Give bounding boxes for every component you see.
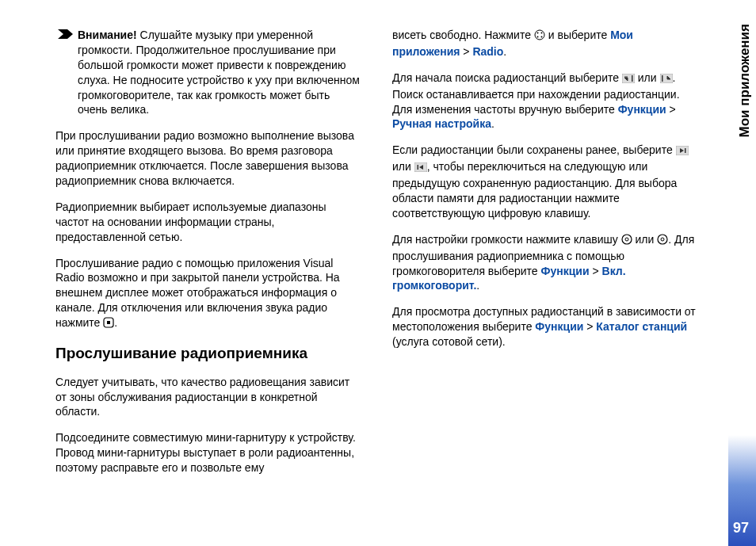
text-run: и выберите bbox=[548, 29, 610, 41]
link-radio: Radio bbox=[472, 45, 503, 58]
warning-block: Внимание! Слушайте музыку при умеренной … bbox=[55, 28, 361, 117]
text-run: . bbox=[476, 279, 479, 292]
svg-rect-14 bbox=[417, 165, 418, 170]
paragraph: висеть свободно. Нажмите и выберите Мои … bbox=[392, 28, 697, 59]
text-run: Для начала поиска радиостанций выберите bbox=[392, 71, 622, 84]
text-run: или bbox=[636, 233, 658, 246]
paragraph: Для настройки громкости нажмите клавишу … bbox=[392, 232, 697, 294]
right-column: висеть свободно. Нажмите и выберите Мои … bbox=[392, 28, 697, 487]
seek-up-icon bbox=[622, 72, 635, 87]
paragraph: При прослушивании радио возможно выполне… bbox=[55, 128, 361, 189]
paragraph: Радиоприемник выбирает используемые диап… bbox=[55, 200, 361, 245]
text-run: или bbox=[392, 160, 414, 173]
scroll-key-icon bbox=[621, 234, 632, 249]
warning-icon bbox=[55, 28, 78, 42]
separator: > bbox=[590, 265, 602, 277]
text-run: , чтобы переключиться на следующую или п… bbox=[392, 160, 677, 220]
svg-point-15 bbox=[622, 235, 632, 244]
text-run: Если радиостанции были сохранены ранее, … bbox=[392, 143, 676, 156]
svg-rect-1 bbox=[107, 321, 110, 324]
center-key-icon bbox=[103, 317, 114, 332]
link-station-directory: Каталог станций bbox=[596, 320, 687, 333]
link-options: Функции bbox=[618, 103, 666, 116]
side-tab: Мои приложения 97 bbox=[728, 0, 756, 546]
seek-down-icon bbox=[660, 72, 673, 87]
page-number: 97 bbox=[730, 520, 752, 536]
svg-point-4 bbox=[540, 32, 542, 34]
side-tab-label: Мои приложения bbox=[737, 24, 753, 137]
svg-point-2 bbox=[535, 30, 544, 40]
text-run: или bbox=[638, 71, 660, 84]
svg-point-5 bbox=[536, 36, 538, 38]
text-run: висеть свободно. Нажмите bbox=[392, 29, 534, 41]
link-options: Функции bbox=[535, 320, 583, 333]
svg-point-18 bbox=[661, 238, 664, 241]
separator: > bbox=[460, 45, 472, 58]
paragraph: Подсоедините совместимую мини-гарнитуру … bbox=[55, 430, 361, 475]
text-run: . bbox=[114, 316, 117, 329]
paragraph: Если радиостанции были сохранены ранее, … bbox=[392, 143, 697, 220]
paragraph: Следует учитывать, что качество радиовещ… bbox=[55, 375, 361, 420]
link-options: Функции bbox=[541, 265, 590, 277]
section-heading: Прослушивание радиоприемника bbox=[55, 343, 361, 364]
warning-text: Внимание! Слушайте музыку при умеренной … bbox=[78, 28, 361, 117]
text-run: (услуга сотовой сети). bbox=[392, 335, 506, 348]
text-run: . bbox=[503, 45, 506, 58]
page-content: Внимание! Слушайте музыку при умеренной … bbox=[55, 28, 697, 487]
separator: > bbox=[583, 320, 596, 333]
paragraph: Прослушивание радио с помощью приложения… bbox=[55, 256, 361, 332]
svg-rect-8 bbox=[632, 75, 633, 82]
svg-rect-10 bbox=[662, 75, 663, 82]
menu-key-icon bbox=[534, 29, 545, 44]
link-manual-tune: Ручная настройка bbox=[392, 117, 491, 130]
prev-station-icon bbox=[414, 161, 427, 176]
warning-body: Слушайте музыку при умеренной громкости.… bbox=[78, 29, 360, 116]
manual-page: Внимание! Слушайте музыку при умеренной … bbox=[0, 0, 756, 546]
svg-point-17 bbox=[658, 235, 667, 244]
next-station-icon bbox=[676, 144, 689, 159]
svg-rect-12 bbox=[685, 148, 686, 153]
text-run: Прослушивание радио с помощью приложения… bbox=[55, 257, 340, 330]
scroll-key-icon bbox=[657, 234, 668, 249]
paragraph: Для просмотра доступных радиостанций в з… bbox=[392, 304, 697, 349]
svg-rect-7 bbox=[622, 74, 635, 83]
warning-title: Внимание! bbox=[78, 29, 137, 41]
text-run: Для настройки громкости нажмите клавишу bbox=[392, 233, 621, 246]
svg-point-16 bbox=[625, 238, 628, 241]
paragraph: Для начала поиска радиостанций выберите … bbox=[392, 71, 697, 132]
text-run: . bbox=[491, 117, 494, 130]
separator: > bbox=[666, 103, 676, 116]
svg-point-3 bbox=[536, 32, 538, 34]
svg-point-6 bbox=[540, 36, 542, 38]
left-column: Внимание! Слушайте музыку при умеренной … bbox=[55, 28, 361, 487]
